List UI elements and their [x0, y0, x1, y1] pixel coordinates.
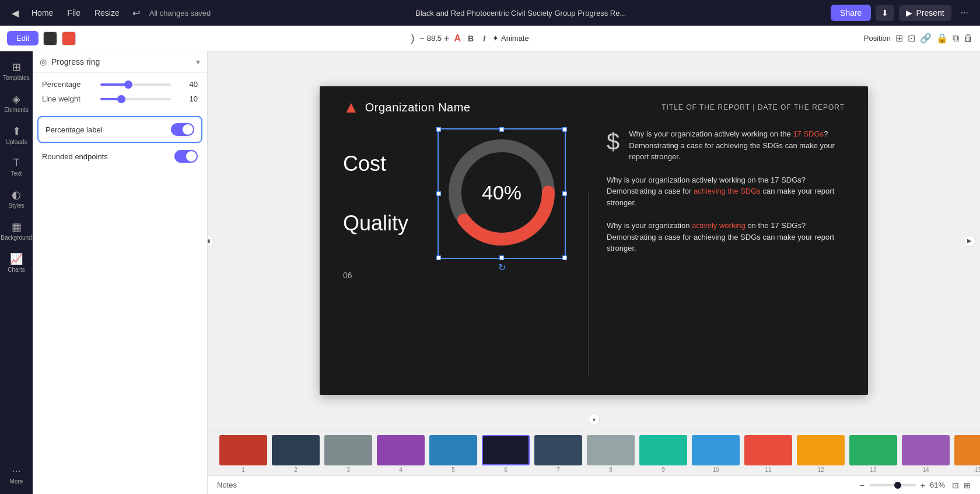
undo-button[interactable]: ↩ [128, 5, 145, 21]
sidebar-item-more[interactable]: ··· More [1, 460, 32, 489]
font-color-button[interactable]: A [454, 33, 461, 44]
line-weight-slider[interactable] [100, 98, 171, 100]
filmstrip-thumb-13[interactable] [849, 435, 897, 465]
handle-tl[interactable] [436, 127, 441, 132]
handle-bottom[interactable] [499, 255, 504, 260]
sidebar-item-background[interactable]: ▦ Background [1, 216, 32, 246]
top-navigation: ◀ Home File Resize ↩ All changes saved B… [0, 0, 980, 26]
lock-icon[interactable]: 🔒 [936, 33, 948, 44]
sidebar-item-templates[interactable]: ⊞ Templates [1, 56, 32, 86]
fit-page-icon[interactable]: ⊡ [952, 481, 959, 490]
align-icon[interactable]: ⊞ [895, 33, 903, 44]
sdg-highlight-1: 17 SDGs [793, 129, 824, 138]
more-options-button[interactable]: ··· [956, 4, 973, 22]
filmstrip-item-12[interactable] [797, 435, 845, 465]
handle-top[interactable] [499, 127, 504, 132]
color-swatch-red[interactable] [62, 31, 76, 45]
element-dropdown-icon[interactable]: ▾ [196, 57, 200, 66]
copy-icon[interactable]: ⧉ [953, 33, 959, 44]
filmstrip-item-7[interactable] [534, 435, 582, 465]
ring-wrapper[interactable]: 40% ↻ [438, 128, 566, 259]
filmstrip-thumb-7[interactable] [534, 435, 582, 465]
arc-icon[interactable]: ) [411, 32, 414, 44]
home-button[interactable]: Home [26, 6, 59, 20]
filmstrip-thumb-15[interactable] [954, 435, 980, 465]
handle-br[interactable] [562, 255, 567, 260]
sidebar-item-styles[interactable]: ◐ Styles [1, 184, 32, 213]
slide-footer: 06 [320, 271, 868, 292]
zoom-in-button[interactable]: + [921, 481, 925, 490]
rotation-handle[interactable]: ↻ [498, 262, 506, 273]
font-size-decrease[interactable]: − [419, 33, 424, 44]
line-weight-thumb[interactable] [117, 95, 125, 103]
filmstrip-item-9[interactable] [639, 435, 687, 465]
filmstrip-item-1[interactable] [219, 435, 267, 465]
filmstrip-number-1: 1 [219, 467, 267, 473]
handle-right[interactable] [562, 191, 567, 196]
filmstrip-thumb-14[interactable] [902, 435, 950, 465]
filmstrip-item-13[interactable] [849, 435, 897, 465]
filmstrip-thumb-2[interactable] [272, 435, 320, 465]
filmstrip-thumb-6[interactable] [482, 435, 530, 465]
filmstrip-item-11[interactable] [744, 435, 792, 465]
handle-tr[interactable] [562, 127, 567, 132]
saved-status: All changes saved [149, 9, 211, 17]
filmstrip-item-2[interactable] [272, 435, 320, 465]
file-button[interactable]: File [61, 6, 86, 20]
percentage-label-toggle[interactable] [171, 123, 194, 136]
sidebar-item-text[interactable]: T Text [1, 152, 32, 181]
distribute-icon[interactable]: ⊡ [908, 33, 915, 44]
filmstrip-item-14[interactable] [902, 435, 950, 465]
animate-button[interactable]: ✦ Animate [492, 34, 529, 43]
filmstrip-thumb-1[interactable] [219, 435, 267, 465]
filmstrip-item-3[interactable] [324, 435, 372, 465]
filmstrip-item-4[interactable] [377, 435, 425, 465]
filmstrip-thumb-11[interactable] [744, 435, 792, 465]
zoom-out-button[interactable]: − [860, 481, 864, 490]
download-button[interactable]: ⬇ [876, 5, 894, 21]
document-title: Black and Red Photocentric Civil Society… [375, 9, 667, 17]
rounded-endpoints-toggle[interactable] [174, 150, 198, 163]
filmstrip-thumb-12[interactable] [797, 435, 845, 465]
percentage-label-row: Percentage label [46, 123, 194, 136]
handle-left[interactable] [436, 191, 441, 196]
percentage-slider[interactable] [100, 83, 171, 86]
filmstrip-thumb-4[interactable] [377, 435, 425, 465]
collapse-left-button[interactable]: ◀ [208, 235, 214, 247]
filmstrip-item-8[interactable] [587, 435, 635, 465]
slide-area: ◀ ▾ ▲ Organization Name TITLE OF THE REP… [208, 51, 980, 430]
sidebar-item-charts[interactable]: 📈 Charts [1, 248, 32, 278]
filmstrip-item-5[interactable] [429, 435, 477, 465]
handle-bl[interactable] [436, 255, 441, 260]
collapse-right-button[interactable]: ▶ [964, 235, 975, 247]
zoom-thumb[interactable] [894, 482, 901, 489]
filmstrip-thumb-10[interactable] [692, 435, 740, 465]
grid-icon[interactable]: ⊞ [964, 481, 971, 490]
share-button[interactable]: Share [831, 5, 871, 21]
italic-button[interactable]: I [481, 33, 488, 44]
bold-button[interactable]: B [466, 33, 476, 44]
percentage-thumb[interactable] [124, 80, 132, 89]
filmstrip-thumb-9[interactable] [639, 435, 687, 465]
back-button[interactable]: ◀ [7, 5, 23, 21]
filmstrip-thumb-3[interactable] [324, 435, 372, 465]
font-size-increase[interactable]: + [444, 33, 449, 44]
filmstrip-item-10[interactable] [692, 435, 740, 465]
filmstrip-item-15[interactable] [954, 435, 980, 465]
filmstrip-thumb-8[interactable] [587, 435, 635, 465]
present-button[interactable]: ▶ Present [899, 5, 951, 21]
zoom-slider[interactable] [869, 484, 916, 486]
filmstrip-thumb-5[interactable] [429, 435, 477, 465]
left-panel: ◎ Progress ring ▾ Percentage 40 Line wei… [33, 51, 208, 494]
color-swatch-dark[interactable] [43, 31, 57, 45]
notes-button[interactable]: Notes [217, 481, 237, 489]
sidebar-item-uploads[interactable]: ⬆ Uploads [1, 120, 32, 150]
delete-icon[interactable]: 🗑 [964, 33, 973, 44]
link-icon[interactable]: 🔗 [920, 33, 932, 44]
collapse-bottom-button[interactable]: ▾ [588, 414, 600, 425]
filmstrip-item-6[interactable] [482, 435, 530, 465]
sidebar-item-elements[interactable]: ◈ Elements [1, 88, 32, 118]
percentage-label: Percentage [42, 80, 100, 89]
edit-button[interactable]: Edit [7, 31, 38, 45]
resize-button[interactable]: Resize [89, 6, 125, 20]
